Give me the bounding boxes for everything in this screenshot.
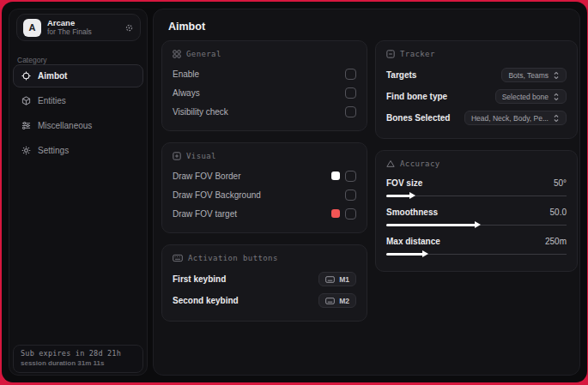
chevrons-up-down-icon bbox=[553, 93, 560, 101]
keyboard-icon bbox=[173, 254, 183, 262]
sidebar-item-entities[interactable]: Entities bbox=[13, 89, 143, 112]
sync-icon[interactable] bbox=[124, 23, 134, 33]
select-value: Head, Neck, Body, Pe... bbox=[471, 114, 549, 123]
app-window: A Arcane for The Finals Category Aimbot bbox=[2, 2, 587, 382]
sidebar-item-label: Entities bbox=[38, 96, 66, 105]
setting-row: Visibility check bbox=[173, 102, 356, 121]
setting-label: Targets bbox=[386, 70, 416, 80]
select-value: Selected bone bbox=[502, 93, 549, 101]
page-title: Aimbot bbox=[168, 21, 205, 33]
card-header-label: Visual bbox=[186, 152, 216, 160]
fov-size-setting: FOV size 50° bbox=[386, 174, 567, 200]
app-titles: Arcane for The Finals bbox=[47, 19, 118, 37]
bones-selected-select[interactable]: Head, Neck, Body, Pe... bbox=[464, 111, 567, 125]
setting-label: Draw FOV Background bbox=[173, 190, 261, 200]
sidebar-item-label: Miscellaneous bbox=[38, 121, 92, 130]
setting-label: Smoothness bbox=[386, 208, 438, 217]
second-keybind-button[interactable]: M2 bbox=[318, 293, 356, 308]
setting-row: Second keybind M2 bbox=[173, 290, 356, 311]
sidebar-item-settings[interactable]: Settings bbox=[13, 139, 143, 162]
visibility-check-checkbox[interactable] bbox=[345, 106, 356, 117]
smoothness-value: 50.0 bbox=[550, 208, 567, 217]
fov-border-color-swatch[interactable] bbox=[331, 171, 340, 180]
sidebar-item-label: Settings bbox=[38, 146, 69, 155]
sub-expires-text: Sub expires in 28d 21h bbox=[21, 349, 136, 358]
visual-card: Visual Draw FOV Border Draw FOV Backgrou… bbox=[161, 142, 367, 233]
setting-row: Find bone type Selected bone bbox=[386, 86, 567, 107]
targets-select[interactable]: Bots, Teams bbox=[501, 68, 567, 82]
keybind-value: M1 bbox=[339, 275, 349, 284]
setting-label: Visibility check bbox=[173, 107, 228, 117]
keybind-value: M2 bbox=[339, 297, 349, 305]
app-name: Arcane bbox=[47, 19, 118, 28]
app-header[interactable]: A Arcane for The Finals bbox=[16, 14, 141, 41]
grid-icon bbox=[173, 50, 181, 58]
fov-size-slider[interactable] bbox=[386, 191, 567, 200]
app-logo: A bbox=[23, 19, 41, 37]
setting-label: Draw FOV target bbox=[173, 209, 237, 219]
gear-icon bbox=[21, 146, 31, 155]
smoothness-setting: Smoothness 50.0 bbox=[386, 203, 567, 229]
keyboard-icon bbox=[325, 298, 335, 304]
fov-background-checkbox[interactable] bbox=[345, 189, 356, 201]
main-panel: Aimbot General Enable bbox=[153, 9, 580, 376]
sidebar-item-miscellaneous[interactable]: Miscellaneous bbox=[13, 114, 143, 137]
fov-size-value: 50° bbox=[554, 178, 567, 188]
first-keybind-button[interactable]: M1 bbox=[318, 272, 356, 286]
fov-target-color-swatch[interactable] bbox=[331, 209, 340, 218]
slider-thumb[interactable] bbox=[475, 221, 481, 228]
setting-row: Draw FOV Background bbox=[173, 185, 356, 204]
setting-label: First keybind bbox=[173, 274, 226, 284]
triangle-icon bbox=[386, 159, 395, 168]
setting-label: Max distance bbox=[386, 237, 440, 246]
setting-row: Draw FOV target bbox=[173, 204, 356, 223]
enable-checkbox[interactable] bbox=[345, 69, 356, 80]
accuracy-card: Accuracy FOV size 50° Smoothness bbox=[375, 150, 578, 272]
setting-row: Bones Selected Head, Neck, Body, Pe... bbox=[386, 107, 567, 129]
find-bone-type-select[interactable]: Selected bone bbox=[495, 89, 567, 104]
setting-label: Draw FOV Border bbox=[173, 171, 240, 181]
always-checkbox[interactable] bbox=[345, 87, 356, 99]
subscription-box: Sub expires in 28d 21h session duration … bbox=[13, 345, 143, 373]
sidebar-item-aimbot[interactable]: Aimbot bbox=[13, 64, 143, 87]
session-duration-text: session duration 31m 11s bbox=[21, 359, 136, 367]
sliders-icon bbox=[21, 121, 31, 130]
fov-target-checkbox[interactable] bbox=[345, 208, 356, 220]
left-column: General Enable Always Visibility check bbox=[161, 40, 367, 333]
setting-row: Enable bbox=[173, 64, 356, 83]
right-column: Tracker Targets Bots, Teams Find bone bbox=[375, 40, 578, 283]
card-header-label: Tracker bbox=[400, 50, 435, 58]
fov-border-checkbox[interactable] bbox=[345, 171, 356, 182]
select-value: Bots, Teams bbox=[508, 71, 549, 80]
keyboard-icon bbox=[325, 276, 335, 283]
max-distance-value: 250m bbox=[545, 237, 567, 246]
setting-label: Find bone type bbox=[386, 92, 447, 101]
chevrons-up-down-icon bbox=[553, 114, 560, 123]
card-header-label: Activation buttons bbox=[188, 254, 278, 262]
slider-thumb[interactable] bbox=[422, 250, 428, 257]
activation-card: Activation buttons First keybind M1 S bbox=[161, 244, 367, 322]
category-label: Category bbox=[17, 56, 47, 64]
slider-thumb[interactable] bbox=[409, 192, 415, 199]
tracker-card: Tracker Targets Bots, Teams Find bone bbox=[375, 40, 578, 139]
general-card: General Enable Always Visibility check bbox=[161, 40, 367, 131]
card-header-label: Accuracy bbox=[400, 159, 440, 168]
setting-label: Always bbox=[173, 88, 200, 98]
setting-label: Bones Selected bbox=[386, 113, 450, 123]
card-header-label: General bbox=[186, 50, 221, 58]
chevrons-up-down-icon bbox=[553, 71, 560, 80]
sidebar-item-label: Aimbot bbox=[38, 71, 67, 81]
crosshair-icon bbox=[21, 71, 31, 81]
setting-row: Always bbox=[173, 83, 356, 102]
sidebar: A Arcane for The Finals Category Aimbot bbox=[9, 9, 148, 376]
max-distance-slider[interactable] bbox=[386, 250, 567, 258]
setting-row: First keybind M1 bbox=[173, 268, 356, 290]
smoothness-slider[interactable] bbox=[386, 220, 567, 229]
setting-label: FOV size bbox=[386, 178, 422, 188]
setting-row: Draw FOV Border bbox=[173, 166, 356, 185]
setting-label: Enable bbox=[173, 69, 199, 79]
box-minus-icon bbox=[386, 50, 395, 58]
setting-row: Targets Bots, Teams bbox=[386, 64, 567, 86]
max-distance-setting: Max distance 250m bbox=[386, 232, 567, 258]
image-plus-icon bbox=[173, 152, 181, 160]
